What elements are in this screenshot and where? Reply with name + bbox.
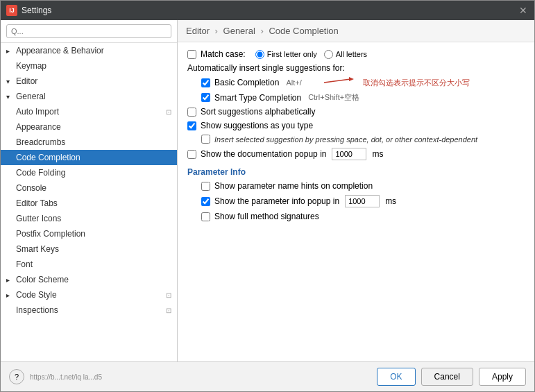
- show-doc-popup-checkbox-label[interactable]: Show the documentation popup in: [187, 149, 326, 159]
- settings-content: Match case: First letter only All letter…: [178, 42, 534, 361]
- param-popup-ms-input[interactable]: [345, 195, 380, 207]
- basic-completion-label[interactable]: Basic Completion: [201, 78, 282, 87]
- basic-completion-checkbox[interactable]: [201, 78, 210, 87]
- first-letter-radio[interactable]: [255, 50, 264, 59]
- sidebar-item-font[interactable]: Font: [1, 257, 177, 272]
- expand-arrow: [6, 246, 13, 253]
- param-popup-row: Show the parameter info popup in ms: [201, 195, 525, 207]
- show-doc-ms-input[interactable]: [332, 148, 366, 160]
- smart-type-row: Smart Type Completion Ctrl+Shift+空格: [201, 92, 525, 103]
- close-button[interactable]: ✕: [518, 5, 529, 16]
- full-signatures-checkbox[interactable]: [201, 212, 210, 221]
- sidebar-item-label: Postfix Completion: [16, 229, 85, 239]
- all-letters-label: All letters: [336, 50, 367, 58]
- match-case-row: Match case: First letter only All letter…: [187, 49, 525, 59]
- sidebar-item-code-completion[interactable]: Code Completion: [1, 150, 177, 165]
- badge-icon: ⊡: [166, 307, 171, 314]
- expand-arrow: ▾: [6, 78, 13, 85]
- footer: ? https://b...t.net/iq la...d5 OK Cancel…: [1, 361, 534, 391]
- sidebar-item-label: Editor: [16, 76, 37, 86]
- expand-arrow: [6, 307, 13, 314]
- sidebar-item-label: Font: [16, 259, 33, 269]
- window-title: Settings: [22, 6, 518, 15]
- search-input[interactable]: [6, 24, 171, 38]
- smart-type-label[interactable]: Smart Type Completion Ctrl+Shift+空格: [201, 92, 525, 103]
- expand-arrow: [6, 154, 13, 162]
- expand-arrow: ▸: [6, 47, 13, 55]
- sort-alpha-checkbox[interactable]: [187, 108, 196, 117]
- sidebar-item-postfix-completion[interactable]: Postfix Completion: [1, 226, 177, 241]
- match-case-checkbox[interactable]: [187, 50, 196, 59]
- breadcrumb-sep2: ›: [260, 26, 266, 36]
- expand-arrow: [6, 123, 13, 131]
- auto-insert-label: Automatically insert single suggestions …: [187, 63, 525, 73]
- insert-selected-row: Insert selected suggestion by pressing s…: [201, 135, 525, 144]
- show-suggestions-checkbox[interactable]: [187, 121, 196, 130]
- basic-completion-text: Basic Completion: [214, 78, 279, 87]
- sidebar-item-breadcrumbs[interactable]: Breadcrumbs: [1, 135, 177, 150]
- smart-type-checkbox[interactable]: [201, 93, 210, 102]
- badge-icon: ⊡: [166, 108, 171, 116]
- expand-arrow: ▸: [6, 276, 13, 284]
- sidebar-item-editor[interactable]: ▾ Editor: [1, 74, 177, 89]
- param-popup-checkbox[interactable]: [201, 197, 210, 206]
- sidebar-item-label: Gutter Icons: [16, 214, 61, 223]
- red-arrow-icon: [323, 76, 357, 90]
- basic-completion-shortcut: Alt+/: [286, 78, 301, 87]
- cancel-button[interactable]: Cancel: [421, 368, 473, 386]
- show-suggestions-label[interactable]: Show suggestions as you type: [187, 121, 525, 130]
- sidebar-item-label: Color Scheme: [16, 275, 69, 284]
- sidebar-item-general[interactable]: ▾ General: [1, 89, 177, 104]
- all-letters-radio-label[interactable]: All letters: [324, 50, 367, 59]
- badge-icon: ⊡: [166, 291, 171, 299]
- sidebar-item-gutter-icons[interactable]: Gutter Icons: [1, 211, 177, 226]
- show-doc-popup-row: Show the documentation popup in ms: [187, 148, 525, 160]
- insert-selected-label[interactable]: Insert selected suggestion by pressing s…: [201, 135, 525, 144]
- expand-arrow: [6, 62, 13, 70]
- match-case-radios: First letter only All letters: [255, 50, 374, 59]
- apply-button[interactable]: Apply: [479, 368, 526, 386]
- expand-arrow: [6, 200, 13, 207]
- sidebar-item-inspections[interactable]: Inspections ⊡: [1, 302, 177, 318]
- sidebar-item-label: Appearance & Behavior: [16, 46, 104, 56]
- show-doc-unit: ms: [372, 149, 383, 159]
- help-button[interactable]: ?: [9, 369, 24, 384]
- main-content: ▸ Appearance & Behavior Keymap ▾ Editor …: [1, 20, 534, 361]
- expand-arrow: [6, 108, 13, 116]
- sidebar-item-label: Breadcrumbs: [16, 137, 65, 147]
- expand-arrow: [6, 139, 13, 146]
- show-doc-popup-checkbox[interactable]: [187, 150, 196, 159]
- sidebar-item-auto-import[interactable]: Auto Import ⊡: [1, 104, 177, 119]
- ok-button[interactable]: OK: [377, 368, 415, 386]
- match-case-label-text: Match case:: [201, 49, 246, 59]
- svg-marker-1: [349, 77, 354, 81]
- sidebar-item-editor-tabs[interactable]: Editor Tabs: [1, 196, 177, 211]
- full-signatures-label[interactable]: Show full method signatures: [201, 212, 525, 221]
- full-signatures-row: Show full method signatures: [201, 212, 525, 221]
- sort-alpha-label[interactable]: Sort suggestions alphabetically: [187, 107, 525, 117]
- sidebar-item-color-scheme[interactable]: ▸ Color Scheme: [1, 272, 177, 287]
- param-popup-unit: ms: [385, 196, 396, 206]
- sidebar-item-smart-keys[interactable]: Smart Keys: [1, 241, 177, 257]
- expand-arrow: [6, 169, 13, 177]
- sidebar-item-keymap[interactable]: Keymap: [1, 58, 177, 74]
- sidebar-item-label: Console: [16, 183, 46, 193]
- sidebar-item-label: Code Completion: [16, 153, 80, 162]
- param-hints-checkbox[interactable]: [201, 182, 210, 191]
- sidebar-item-code-folding[interactable]: Code Folding: [1, 165, 177, 180]
- sidebar-item-console[interactable]: Console: [1, 180, 177, 196]
- sidebar-item-label: Editor Tabs: [16, 198, 58, 208]
- param-popup-checkbox-label[interactable]: Show the parameter info popup in: [201, 196, 339, 206]
- breadcrumb-editor: Editor: [186, 26, 210, 36]
- sidebar-item-code-style[interactable]: ▸ Code Style ⊡: [1, 287, 177, 302]
- sidebar-item-appearance-behavior[interactable]: ▸ Appearance & Behavior: [1, 43, 177, 58]
- smart-type-shortcut: Ctrl+Shift+空格: [308, 92, 359, 103]
- all-letters-radio[interactable]: [324, 50, 333, 59]
- main-panel: Editor › General › Code Completion Match…: [178, 20, 534, 361]
- first-letter-radio-label[interactable]: First letter only: [255, 50, 317, 59]
- svg-line-0: [324, 79, 350, 83]
- param-hints-label[interactable]: Show parameter name hints on completion: [201, 181, 525, 191]
- insert-selected-checkbox[interactable]: [201, 135, 210, 144]
- sidebar-item-appearance[interactable]: Appearance: [1, 119, 177, 135]
- match-case-checkbox-label[interactable]: Match case:: [187, 49, 246, 59]
